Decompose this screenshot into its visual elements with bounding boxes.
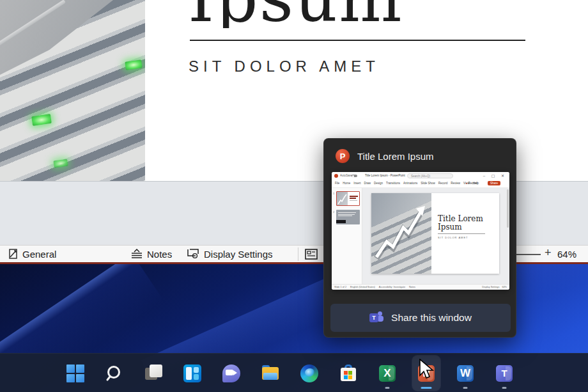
- zoom-in-button[interactable]: +: [545, 246, 552, 260]
- file-explorer-icon: [261, 364, 280, 383]
- mini-slide1-thumbnail: [336, 191, 360, 206]
- normal-view-icon: [305, 249, 318, 260]
- display-settings-button[interactable]: Display Settings: [187, 249, 273, 260]
- word-button[interactable]: W: [451, 356, 479, 391]
- task-view-button[interactable]: [139, 356, 167, 391]
- mini-powerpoint-icon: [334, 174, 338, 178]
- mini-ribbon: FileHomeInsertDrawDesignTransitionsAnima…: [332, 180, 509, 188]
- file-explorer-button[interactable]: [256, 356, 284, 391]
- excel-button[interactable]: X: [373, 356, 401, 391]
- slide-number: 1: [333, 192, 334, 195]
- status-separator: [298, 247, 298, 261]
- edge-icon: [300, 364, 319, 383]
- chat-icon: [222, 364, 241, 383]
- share-this-window-button[interactable]: T Share this window: [330, 304, 511, 332]
- window-thumbnail[interactable]: AutoSave Title Lorem Ipsum - PowerPoint …: [332, 172, 509, 290]
- task-view-icon: [144, 364, 163, 383]
- notes-button[interactable]: Notes: [131, 249, 172, 260]
- stairs-photo: [0, 0, 145, 181]
- mini-doc-title: Title Lorem Ipsum - PowerPoint: [365, 174, 405, 177]
- word-icon: W: [456, 364, 475, 383]
- slide-title: Ipsum: [188, 0, 546, 28]
- widgets-button[interactable]: [178, 356, 206, 391]
- mini-slide2-thumbnail: [336, 210, 360, 224]
- mini-ribbon-tabs: FileHomeInsertDrawDesignTransitionsAnima…: [335, 182, 479, 185]
- excel-icon: X: [378, 364, 397, 383]
- taskbar: X P W T: [0, 353, 588, 392]
- windows-logo-icon: [66, 365, 84, 382]
- teams-icon: T: [369, 311, 383, 324]
- mini-canvas-slide: Title Lorem Ipsum SIT DOLOR AMET: [371, 193, 499, 274]
- mini-status-bar: Slide 1 of 2English (United States)Acces…: [332, 284, 509, 290]
- mini-share-button: Share: [488, 181, 500, 185]
- teams-app-icon: T: [495, 364, 514, 383]
- preview-title: Title Lorem Ipsum: [357, 151, 433, 162]
- start-button[interactable]: [61, 356, 89, 391]
- zoom-level[interactable]: 64%: [557, 249, 576, 260]
- notes-label: Notes: [147, 249, 172, 260]
- slide-subtitle: SIT DOLOR AMET: [189, 58, 380, 75]
- search-button[interactable]: [100, 356, 128, 391]
- taskbar-preview-popup: P Title Lorem Ipsum AutoSave Title Lorem…: [323, 138, 516, 338]
- active-indicator: [421, 387, 432, 389]
- sensitivity-icon: [9, 249, 18, 260]
- search-icon: [105, 364, 124, 383]
- mini-autosave-label: AutoSave: [340, 174, 353, 177]
- preview-header: P Title Lorem Ipsum: [336, 149, 433, 163]
- mini-body: 1 2: [332, 188, 509, 284]
- running-indicator: [502, 387, 507, 389]
- slide-title-rule: [190, 40, 525, 41]
- teams-button[interactable]: T: [490, 356, 518, 391]
- microsoft-store-icon: [339, 364, 358, 383]
- mini-titlebar: AutoSave Title Lorem Ipsum - PowerPoint …: [332, 172, 509, 180]
- powerpoint-icon: P: [336, 149, 350, 163]
- mini-search-box: Search (Alt+Q): [407, 173, 453, 178]
- mini-window-buttons: – ▢ ✕: [483, 173, 507, 178]
- mini-slide-panel: 1 2: [332, 188, 362, 284]
- mini-slide-photo: [371, 193, 431, 274]
- running-indicator: [385, 387, 390, 389]
- sensitivity-label: General: [22, 249, 56, 260]
- edge-button[interactable]: [295, 356, 323, 391]
- normal-view-button[interactable]: [303, 247, 320, 262]
- mini-scrollbar: [507, 189, 509, 228]
- slide-number: 2: [333, 210, 334, 214]
- display-settings-icon: [187, 249, 199, 259]
- zoom-slider[interactable]: [515, 254, 541, 255]
- share-button-label: Share this window: [391, 312, 472, 324]
- notes-icon: [131, 249, 143, 259]
- desktop-screen: Ipsum SIT DOLOR AMET Gener: [0, 0, 588, 392]
- mouse-cursor: [419, 359, 438, 382]
- display-settings-label: Display Settings: [204, 249, 273, 260]
- mini-record-button: Record: [466, 182, 477, 185]
- mini-autosave-toggle: [352, 175, 357, 177]
- chat-button[interactable]: [217, 356, 245, 391]
- mini-slide-text: Title Lorem Ipsum SIT DOLOR AMET: [438, 215, 485, 239]
- microsoft-store-button[interactable]: [334, 356, 362, 391]
- widgets-icon: [183, 364, 202, 383]
- sensitivity-button[interactable]: General: [9, 249, 56, 260]
- running-indicator: [463, 387, 468, 389]
